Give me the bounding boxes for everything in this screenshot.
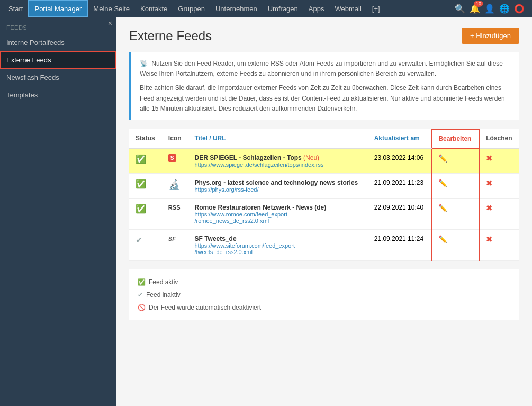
feed-title: SF Tweets_de [194, 235, 361, 242]
status-active-icon: ✅ [136, 155, 146, 164]
nav-apps[interactable]: Apps [303, 0, 330, 17]
col-icon: Icon [162, 129, 188, 148]
edit-icon[interactable]: ✏️ [438, 154, 447, 163]
updated-cell: 21.09.2021 11:23 [368, 173, 432, 198]
feed-title: Phys.org - latest science and technology… [194, 179, 361, 186]
main-content: Externe Feeds + Hinzufügen 📡 Nutzen Sie … [116, 17, 532, 406]
sf-feed-icon: SF [168, 236, 176, 242]
col-loeschen: Löschen [479, 129, 519, 148]
nav-plus[interactable]: [+] [367, 0, 385, 17]
legend-error-icon: 🚫 [138, 301, 146, 314]
title-url-cell: DER SPIEGEL - Schlagzeilen - Tops (Neu) … [188, 148, 367, 174]
romoe-feed-icon: RSS [168, 204, 181, 211]
power-icon[interactable]: ⭕ [514, 4, 525, 14]
delete-cell[interactable]: ✖ [479, 173, 519, 198]
delete-icon[interactable]: ✖ [486, 235, 492, 243]
delete-cell[interactable]: ✖ [479, 148, 519, 174]
nav-portal-manager[interactable]: Portal Manager [28, 0, 88, 17]
spiegel-feed-icon: S [168, 154, 176, 162]
search-icon[interactable]: 🔍 [455, 4, 465, 14]
status-cell: ✅ [129, 173, 162, 198]
title-url-cell: Phys.org - latest science and technology… [188, 173, 367, 198]
col-title-url: Titel / URL [188, 129, 367, 148]
add-feed-button[interactable]: + Hinzufügen [462, 28, 519, 44]
status-active-icon: ✅ [136, 179, 146, 188]
delete-icon[interactable]: ✖ [486, 154, 492, 163]
status-inactive-icon: ✔ [136, 236, 142, 245]
col-bearbeiten: Bearbeiten [431, 129, 479, 148]
status-cell: ✅ [129, 198, 162, 229]
icon-cell: 🔬 [162, 173, 188, 198]
status-cell: ✔ [129, 229, 162, 260]
sidebar-close-button[interactable]: × [108, 19, 112, 28]
delete-cell[interactable]: ✖ [479, 229, 519, 260]
feed-url[interactable]: https://www.romoe.com/feed_export/romoe_… [194, 211, 361, 224]
status-cell: ✅ [129, 148, 162, 174]
delete-icon[interactable]: ✖ [486, 204, 492, 212]
sidebar-item-interne-portalfeeds[interactable]: Interne Portalfeeds [0, 34, 116, 51]
nav-utility-icons: 🔍 🔔10 👤 🌐 ⭕ [455, 4, 529, 14]
col-status: Status [129, 129, 162, 148]
legend-item-inactive: ✔ Feed inaktiv [138, 288, 511, 301]
delete-cell[interactable]: ✖ [479, 198, 519, 229]
edit-cell[interactable]: ✏️ [431, 198, 479, 229]
new-label: (Neu) [303, 154, 319, 161]
sidebar-item-templates[interactable]: Templates [0, 86, 116, 104]
edit-cell[interactable]: ✏️ [431, 229, 479, 260]
edit-cell[interactable]: ✏️ [431, 148, 479, 174]
rss-icon: 📡 [140, 60, 148, 67]
nav-webmail[interactable]: Webmail [329, 0, 366, 17]
nav-umfragen[interactable]: Umfragen [263, 0, 303, 17]
globe-icon[interactable]: 🌐 [499, 4, 510, 14]
legend-active-text: Feed aktiv [149, 276, 178, 288]
edit-cell[interactable]: ✏️ [431, 173, 479, 198]
nav-start[interactable]: Start [3, 0, 28, 17]
updated-cell: 23.03.2022 14:06 [368, 148, 432, 174]
legend-error-text: Der Feed wurde automatisch deaktiviert [149, 301, 261, 314]
top-navigation: Start Portal Manager Meine Seite Kontakt… [0, 0, 532, 17]
feed-url[interactable]: https://www.spiegel.de/schlagzeilen/tops… [194, 161, 361, 168]
table-row: ✔ SF SF Tweets_de https://www.siteforum.… [129, 229, 519, 260]
phys-feed-icon: 🔬 [168, 179, 180, 190]
page-title: Externe Feeds [129, 29, 212, 43]
feed-url[interactable]: https://phys.org/rss-feed/ [194, 186, 361, 193]
legend-inactive-text: Feed inaktiv [146, 288, 181, 301]
legend-box: ✅ Feed aktiv ✔ Feed inaktiv 🚫 Der Feed w… [129, 269, 519, 320]
feed-title: DER SPIEGEL - Schlagzeilen - Tops (Neu) [194, 154, 361, 161]
feed-url[interactable]: https://www.siteforum.com/feed_export/tw… [194, 242, 361, 255]
table-row: ✅ S DER SPIEGEL - Schlagzeilen - Tops (N… [129, 148, 519, 174]
table-header-row: Status Icon Titel / URL Aktualisiert am … [129, 129, 519, 148]
feed-title: Romoe Restauratoren Netzwerk - News (de) [194, 204, 361, 211]
sidebar-item-newsflash-feeds[interactable]: Newsflash Feeds [0, 69, 116, 86]
icon-cell: SF [162, 229, 188, 260]
table-row: ✅ 🔬 Phys.org - latest science and techno… [129, 173, 519, 198]
edit-icon[interactable]: ✏️ [438, 235, 447, 243]
feeds-table: Status Icon Titel / URL Aktualisiert am … [129, 129, 519, 261]
icon-cell: RSS [162, 198, 188, 229]
user-icon[interactable]: 👤 [484, 4, 495, 14]
info-box: 📡 Nutzen Sie den Feed Reader, um externe… [129, 52, 519, 120]
sidebar: × Feeds Interne Portalfeeds Externe Feed… [0, 17, 116, 406]
icon-cell: S [162, 148, 188, 174]
info-text-1: 📡 Nutzen Sie den Feed Reader, um externe… [140, 59, 511, 79]
table-row: ✅ RSS Romoe Restauratoren Netzwerk - New… [129, 198, 519, 229]
sidebar-item-externe-feeds[interactable]: Externe Feeds [0, 51, 116, 69]
legend-item-active: ✅ Feed aktiv [138, 276, 511, 288]
edit-icon[interactable]: ✏️ [438, 179, 447, 187]
nav-kontakte[interactable]: Kontakte [135, 0, 173, 17]
main-layout: × Feeds Interne Portalfeeds Externe Feed… [0, 17, 532, 406]
nav-meine-seite[interactable]: Meine Seite [88, 0, 135, 17]
legend-inactive-icon: ✔ [138, 288, 143, 301]
nav-gruppen[interactable]: Gruppen [173, 0, 210, 17]
info-text-2: Bitte achten Sie darauf, die Importdauer… [140, 83, 511, 114]
page-header: Externe Feeds + Hinzufügen [129, 28, 519, 52]
sidebar-section-feeds: Feeds [0, 17, 116, 34]
updated-cell: 22.09.2021 10:40 [368, 198, 432, 229]
notification-icon[interactable]: 🔔10 [470, 4, 480, 14]
legend-item-error: 🚫 Der Feed wurde automatisch deaktiviert [138, 301, 511, 314]
nav-unternehmen[interactable]: Unternehmen [210, 0, 263, 17]
updated-cell: 21.09.2021 11:24 [368, 229, 432, 260]
col-aktualisiert: Aktualisiert am [368, 129, 432, 148]
edit-icon[interactable]: ✏️ [438, 204, 447, 212]
delete-icon[interactable]: ✖ [486, 179, 492, 187]
